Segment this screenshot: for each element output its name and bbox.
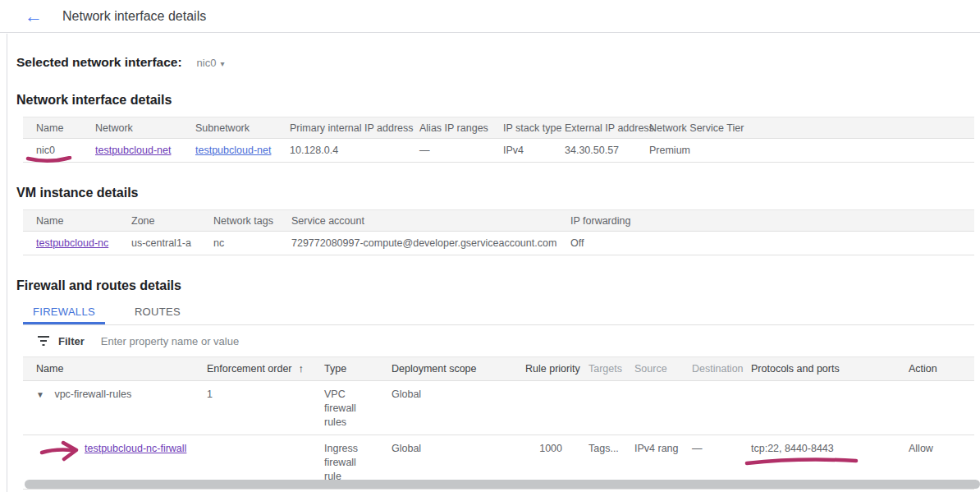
selected-interface-row: Selected network interface: nic0 ▾ [16, 34, 974, 70]
col-ip-stack: IP stack type [490, 117, 552, 138]
col-name: Name [23, 357, 194, 380]
selected-interface-label: Selected network interface: [16, 55, 182, 70]
selected-interface-dropdown[interactable]: nic0 [197, 57, 217, 69]
type-value: VPC firewall rules [311, 381, 378, 435]
col-network: Network [82, 117, 182, 138]
vm-table-header: Name Zone Network tags Service account I… [23, 209, 974, 232]
targets-value[interactable]: Tags... [575, 435, 621, 461]
zone-value: us-central1-a [118, 232, 200, 255]
col-service-tier: Network Service Tier [636, 117, 974, 138]
content-pane: Selected network interface: nic0 ▾ Netwo… [7, 34, 980, 492]
col-primary-ip: Primary internal IP address [277, 117, 406, 138]
table-row: nic0 testpubcloud-net testpubcloud-net 1… [23, 139, 974, 163]
sort-ascending-icon[interactable]: ↑ [299, 362, 305, 375]
col-ip-forwarding: IP forwarding [557, 210, 974, 231]
deployment-scope-value: Global [378, 435, 512, 461]
firewalls-table: Name Enforcement order↑ Type Deployment … [23, 356, 974, 490]
col-alias-ip: Alias IP ranges [406, 117, 490, 138]
vm-table: Name Zone Network tags Service account I… [23, 209, 974, 255]
filter-label[interactable]: Filter [58, 335, 85, 347]
col-rule-priority: Rule priority [512, 357, 575, 380]
tab-routes[interactable]: ROUTES [125, 301, 190, 324]
deployment-scope-value: Global [378, 381, 512, 407]
network-link[interactable]: testpubcloud-net [95, 145, 171, 156]
alias-ip-value: — [406, 139, 490, 162]
col-source: Source [621, 357, 679, 380]
nic0-highlight-underline [25, 156, 73, 164]
col-deployment-scope: Deployment scope [378, 357, 512, 380]
back-arrow-icon[interactable]: ← [25, 8, 43, 25]
fw-rule-link[interactable]: testpubcloud-nc-firwall [85, 443, 186, 454]
col-type: Type [311, 357, 378, 380]
fw-tab-bar: FIREWALLS ROUTES [23, 301, 974, 325]
col-zone: Zone [118, 210, 200, 231]
tab-firewalls[interactable]: FIREWALLS [23, 301, 105, 324]
chevron-down-icon[interactable]: ▾ [220, 59, 224, 68]
vm-name-link[interactable]: testpubcloud-nc [36, 237, 108, 249]
service-tier-value: Premium [636, 139, 974, 162]
scrollbar-thumb[interactable] [25, 480, 980, 489]
fw-table-header: Name Enforcement order↑ Type Deployment … [23, 356, 974, 381]
protocols-ports-value: tcp:22, 8440-8443 [751, 443, 834, 454]
col-protocols-ports: Protocols and ports [738, 357, 895, 380]
ip-stack-value: IPv4 [490, 139, 552, 162]
destination-value: — [679, 435, 738, 461]
arrow-annotation [39, 440, 84, 463]
fw-rule-name-cell: testpubcloud-nc-firwall [23, 435, 194, 461]
protocols-ports-cell: tcp:22, 8440-8443 [738, 435, 895, 461]
nic-name-cell: nic0 [23, 139, 82, 162]
primary-ip-value: 10.128.0.4 [277, 139, 406, 162]
fw-section-title: Firewall and routes details [16, 278, 974, 293]
external-ip-value: 34.30.50.57 [552, 139, 636, 162]
nic-section-title: Network interface details [16, 93, 974, 108]
col-destination: Destination [679, 357, 738, 380]
service-account-value: 729772080997-compute@developer.gservicea… [278, 232, 557, 255]
action-value: Allow [895, 435, 974, 461]
table-row: ▼ vpc-firewall-rules 1 VPC firewall rule… [23, 381, 974, 435]
col-name: Name [23, 117, 82, 138]
vm-section-title: VM instance details [16, 186, 974, 200]
collapse-triangle-icon[interactable]: ▼ [36, 390, 44, 399]
col-network-tags: Network tags [200, 210, 278, 231]
enforcement-order-value: 1 [194, 381, 311, 407]
top-bar: ← Network interface details [0, 0, 980, 33]
ip-forwarding-value: Off [557, 232, 974, 255]
rule-priority-value: 1000 [512, 435, 575, 461]
col-external-ip: External IP address [552, 117, 636, 138]
col-action: Action [895, 357, 974, 380]
filter-input[interactable] [99, 334, 382, 348]
col-name: Name [23, 210, 118, 231]
network-interface-details-page: ← Network interface details Selected net… [0, 0, 980, 492]
col-targets: Targets [575, 357, 621, 380]
filter-icon [37, 335, 50, 347]
col-enforcement-order[interactable]: Enforcement order↑ [194, 357, 311, 380]
page-title: Network interface details [62, 9, 206, 24]
horizontal-scrollbar [0, 480, 980, 489]
nic-table: Name Network Subnetwork Primary internal… [23, 117, 974, 163]
col-subnetwork: Subnetwork [182, 117, 277, 138]
protocols-highlight-underline [744, 457, 859, 466]
network-tags-value: nc [200, 232, 278, 255]
table-row: testpubcloud-nc us-central1-a nc 7297720… [23, 232, 974, 255]
col-service-account: Service account [278, 210, 557, 231]
fw-group-name: vpc-firewall-rules [54, 389, 131, 400]
subnetwork-link[interactable]: testpubcloud-net [195, 145, 271, 156]
source-value: IPv4 rang [621, 435, 679, 461]
filter-bar: Filter [37, 325, 974, 356]
nic-name: nic0 [36, 145, 55, 156]
nic-table-header: Name Network Subnetwork Primary internal… [23, 117, 974, 139]
fw-group-name-cell: ▼ vpc-firewall-rules [23, 381, 194, 407]
